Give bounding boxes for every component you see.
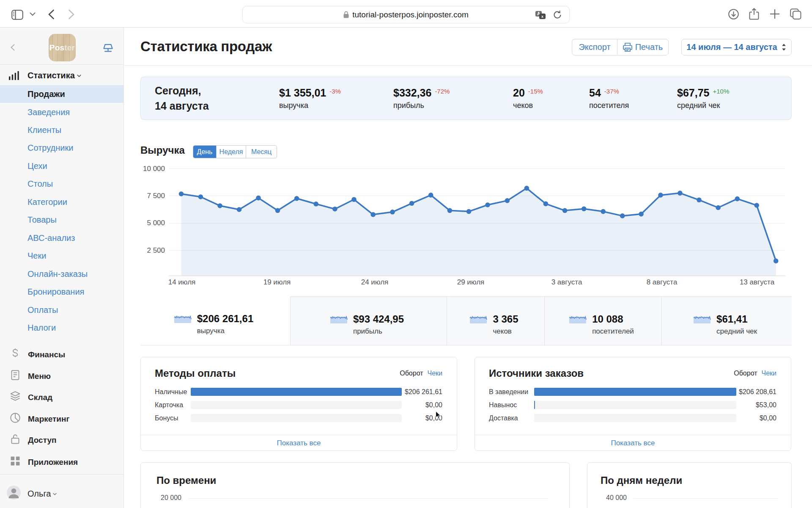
svg-text:x: x (541, 14, 543, 19)
